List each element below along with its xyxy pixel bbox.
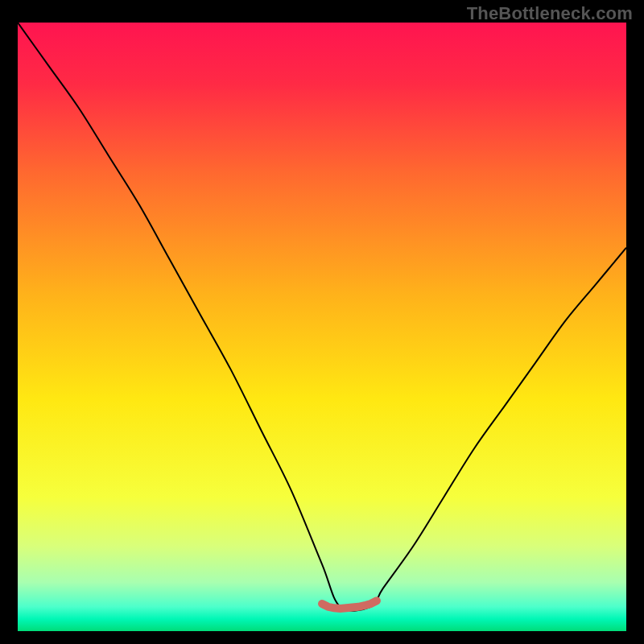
watermark-text: TheBottleneck.com: [467, 3, 633, 24]
plot-svg: [18, 23, 626, 631]
plot-area: [18, 23, 626, 631]
chart-frame: TheBottleneck.com: [0, 0, 644, 644]
gradient-background: [18, 23, 626, 631]
